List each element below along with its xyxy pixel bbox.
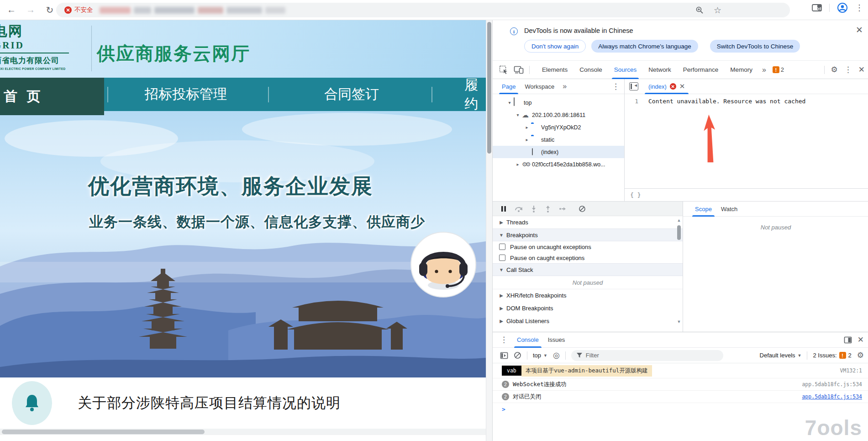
device-toolbar-icon[interactable] [514, 65, 524, 74]
message-text: 本项目基于vue-admin-beautiful开源版构建 [521, 365, 652, 377]
frame-icon [514, 99, 521, 106]
step-out-icon[interactable] [545, 205, 551, 213]
bookmark-star-icon[interactable]: ☆ [714, 5, 721, 16]
step-into-icon[interactable] [531, 205, 537, 213]
settings-gear-icon[interactable]: ⚙ [831, 65, 838, 74]
more-tabs-icon[interactable]: » [758, 66, 770, 74]
scroll-up-icon[interactable]: ▲ [676, 218, 682, 223]
navigator-more-tabs-icon[interactable]: » [559, 82, 570, 90]
section-xhr-breakpoints[interactable]: ▶ XHR/fetch Breakpoints [493, 289, 683, 302]
tree-item-host[interactable]: ▾ ☁ 202.100.20.86:18611 [493, 109, 624, 121]
forward-icon[interactable]: → [23, 2, 38, 18]
close-tab-icon[interactable]: ✕ [679, 82, 685, 90]
scroll-down-icon[interactable]: ▼ [676, 319, 682, 324]
split-panel-icon[interactable] [844, 336, 852, 344]
pause-icon[interactable] [500, 205, 507, 213]
pause-uncaught-checkbox[interactable] [499, 244, 505, 250]
deactivate-breakpoints-icon[interactable] [579, 205, 586, 213]
nav-item-bidding[interactable]: 招标投标管理 [145, 78, 227, 111]
pause-caught-checkbox[interactable] [499, 255, 505, 261]
profile-icon[interactable] [837, 2, 848, 13]
tab-memory[interactable]: Memory [724, 61, 758, 79]
tree-item-index[interactable]: (index) [493, 146, 624, 158]
live-expression-icon[interactable]: ◎ [553, 351, 560, 360]
editor-tab-index[interactable]: (index) ✕ ✕ [643, 79, 690, 94]
drawer-close-icon[interactable]: ✕ [857, 335, 864, 345]
chevron-right-icon[interactable]: ▸ [524, 125, 530, 130]
vertical-scrollbar[interactable] [486, 20, 492, 441]
console-sidebar-icon[interactable] [500, 352, 508, 359]
security-badge[interactable]: ✕ 不安全 [64, 6, 93, 14]
tab-console-drawer[interactable]: Console [512, 332, 543, 348]
chevron-right-icon[interactable]: ▸ [515, 162, 521, 167]
navigator-tab-page[interactable]: Page [497, 79, 520, 94]
customer-service-avatar[interactable] [410, 231, 477, 298]
console-issues-counter[interactable]: 2 Issues: ! 2 [813, 352, 851, 359]
devtools-menu-icon[interactable]: ⋮ [844, 65, 852, 74]
clear-console-icon[interactable] [514, 351, 521, 359]
tree-item-worker[interactable]: ▸ ⚙⚙ 02f0ccf145e2da1bb858.wo... [493, 158, 624, 170]
message-source[interactable]: VM132:1 [840, 367, 862, 374]
hscroll-thumb[interactable] [2, 430, 205, 434]
context-selector[interactable]: top▼ [533, 352, 547, 359]
section-breakpoints[interactable]: ▼ Breakpoints [493, 228, 683, 241]
switch-chinese-button[interactable]: Switch DevTools to Chinese [710, 40, 800, 53]
horizontal-scrollbar[interactable] [0, 429, 486, 435]
devtools-close-icon[interactable]: ✕ [858, 65, 865, 74]
message-source[interactable]: app.5dab18fc.js:534 [802, 381, 862, 388]
site-header: 电网 GRID 西省电力有限公司 AANXI ELECTRIC POWER CO… [0, 20, 486, 78]
section-global-listeners[interactable]: ▶ Global Listeners [493, 314, 683, 327]
reload-icon[interactable]: ↻ [42, 2, 58, 18]
console-drawer: ⋮ Console Issues ✕ to [493, 332, 868, 441]
address-bar[interactable]: ✕ 不安全 ☆ [56, 3, 790, 17]
step-icon[interactable] [559, 205, 566, 213]
section-call-stack[interactable]: ▼ Call Stack [493, 263, 683, 276]
match-language-button[interactable]: Always match Chrome's language [591, 40, 698, 53]
logo-divider [91, 26, 92, 71]
inspect-icon[interactable] [499, 65, 508, 74]
toggle-navigator-icon[interactable] [629, 82, 638, 90]
notice-link[interactable]: 关于部分涉陕特高压项目结算情况的说明 [78, 377, 341, 429]
tab-console[interactable]: Console [573, 61, 608, 79]
infobar-close-icon[interactable]: ✕ [856, 25, 863, 35]
console-settings-icon[interactable]: ⚙ [857, 351, 864, 360]
tab-network[interactable]: Network [642, 61, 677, 79]
debugger-scrollbar[interactable]: ▲ ▼ [676, 218, 682, 330]
nav-item-contract[interactable]: 合同签订 [324, 78, 379, 111]
back-icon[interactable]: ← [4, 2, 19, 18]
drawer-menu-icon[interactable]: ⋮ [500, 335, 508, 345]
step-over-icon[interactable] [515, 205, 523, 213]
devtools-panel: i DevTools is now available in Chinese D… [492, 20, 868, 441]
tab-performance[interactable]: Performance [677, 61, 724, 79]
tab-watch[interactable]: Watch [716, 202, 742, 217]
tab-scope[interactable]: Scope [690, 202, 716, 217]
chevron-down-icon[interactable]: ▾ [515, 112, 521, 117]
navigator-tab-workspace[interactable]: Workspace [520, 79, 559, 94]
chevron-down-icon[interactable]: ▾ [506, 100, 513, 105]
scroll-thumb[interactable] [677, 225, 681, 240]
side-panel-icon[interactable] [812, 4, 822, 12]
navigator-menu-icon[interactable]: ⋮ [612, 82, 620, 91]
tree-item-top[interactable]: ▾ top [493, 96, 624, 109]
section-threads[interactable]: ▶ Threads [493, 216, 683, 228]
tab-sources[interactable]: Sources [608, 61, 643, 79]
tab-issues[interactable]: Issues [543, 332, 570, 348]
nav-item-home[interactable]: 首 页 [0, 78, 104, 115]
console-prompt[interactable]: > [493, 403, 868, 413]
pretty-print-icon[interactable]: { } [630, 191, 641, 198]
zoom-icon[interactable] [695, 6, 704, 14]
dont-show-again-button[interactable]: Don't show again [524, 40, 586, 53]
section-dom-breakpoints[interactable]: ▶ DOM Breakpoints [493, 302, 683, 314]
chevron-down-icon: ▼ [498, 267, 505, 272]
browser-menu-icon[interactable]: ⋮ [855, 3, 863, 13]
issues-counter[interactable]: ! 2 [773, 66, 784, 73]
nav-item-performance[interactable]: 履约 [464, 78, 486, 111]
console-filter-input[interactable]: Filter [571, 350, 723, 361]
tab-elements[interactable]: Elements [536, 61, 573, 79]
tree-item-folder[interactable]: ▸ Vg5njYXpOkD2 [493, 121, 624, 133]
vscroll-thumb[interactable] [487, 22, 491, 154]
levels-selector[interactable]: Default levels▼ [760, 352, 802, 359]
message-source-link[interactable]: app.5dab18fc.js:534 [802, 393, 862, 400]
chevron-right-icon[interactable]: ▸ [524, 137, 530, 142]
tree-item-static[interactable]: ▸ static [493, 133, 624, 146]
